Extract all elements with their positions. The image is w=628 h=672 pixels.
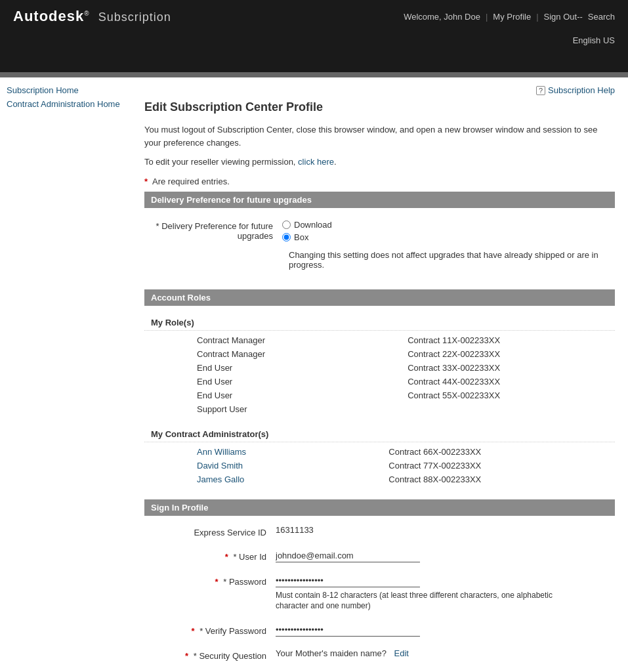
security-question-label: * * Security Question [144, 648, 276, 661]
language-selector[interactable]: English US [573, 35, 615, 45]
sidebar-subscription-home[interactable]: Subscription Home [7, 85, 125, 95]
nav-sep-1: | [486, 12, 488, 22]
contract-cell: Contract 22X-002233XX [394, 347, 615, 361]
header-top: Autodesk® Subscription Welcome, John Doe… [0, 0, 628, 30]
admins-table: Ann Williams Contract 66X-002233XX David… [144, 445, 615, 486]
security-question-label-text: * Security Question [194, 651, 266, 661]
admin-link-james[interactable]: James Gallo [197, 474, 244, 484]
verify-password-input[interactable] [276, 623, 420, 637]
header-bottom: English US [0, 30, 628, 51]
user-id-input[interactable] [276, 549, 420, 562]
info2-prefix: To edit your reseller viewing permission… [144, 157, 295, 167]
security-question-row: * * Security Question Your Mother's maid… [144, 646, 615, 663]
user-id-label: * * User Id [144, 549, 276, 562]
info2-suffix: . [334, 157, 337, 167]
admin-contract-cell: Contract 88X-002233XX [375, 472, 615, 486]
main-layout: Subscription Home Contract Administratio… [0, 77, 628, 672]
delivery-download-option[interactable]: Download [282, 220, 332, 230]
password-star: * [215, 577, 219, 587]
delivery-box-option[interactable]: Box [282, 232, 332, 242]
user-id-row: * * User Id [144, 547, 615, 565]
my-profile-link[interactable]: My Profile [493, 12, 531, 22]
info-text-2: To edit your reseller viewing permission… [144, 156, 615, 169]
delivery-options: Download Box [282, 220, 332, 242]
signin-profile-section: Sign In Profile Express Service ID 16311… [144, 499, 615, 664]
security-question-text: Your Mother's maiden name? [276, 648, 387, 658]
user-id-field-container [276, 549, 615, 562]
table-row: End User Contract 44X-002233XX [144, 375, 615, 388]
delivery-box-radio[interactable] [282, 233, 291, 242]
account-roles-section: Account Roles My Role(s) Contract Manage… [144, 289, 615, 486]
help-icon: ? [536, 86, 545, 95]
admin-contract-cell: Contract 77X-002233XX [375, 459, 615, 472]
logo-area: Autodesk® Subscription [13, 8, 171, 25]
logo-autodesk: Autodesk [13, 8, 84, 24]
admin-name-cell: James Gallo [144, 472, 375, 486]
admin-contract-cell: Contract 66X-002233XX [375, 445, 615, 459]
sidebar-contract-admin[interactable]: Contract Administration Home [7, 99, 125, 109]
role-cell: End User [144, 361, 394, 375]
table-row: Contract Manager Contract 11X-002233XX [144, 333, 615, 347]
header-nav: Welcome, John Doe | My Profile | Sign Ou… [404, 12, 615, 22]
nav-sep-2: | [536, 12, 538, 22]
contract-cell: Contract 11X-002233XX [394, 333, 615, 347]
header: Autodesk® Subscription Welcome, John Doe… [0, 0, 628, 72]
delivery-download-radio[interactable] [282, 220, 291, 229]
required-star: * [144, 177, 148, 186]
delivery-field-label: * Delivery Preference for future upgrade… [151, 220, 282, 241]
delivery-note: Changing this setting does not affect up… [144, 247, 615, 276]
click-here-link[interactable]: click here [298, 157, 334, 167]
admin-name-cell: David Smith [144, 459, 375, 472]
delivery-section: Delivery Preference for future upgrades … [144, 192, 615, 276]
sidebar: Subscription Home Contract Administratio… [0, 85, 131, 672]
info-text-1: You must logout of Subscription Center, … [144, 123, 615, 149]
contract-cell: Contract 33X-002233XX [394, 361, 615, 375]
security-question-value: Your Mother's maiden name? Edit [276, 648, 615, 658]
express-id-row: Express Service ID 16311133 [144, 522, 615, 540]
user-id-label-text: * User Id [233, 552, 266, 562]
logo-subscription: Subscription [98, 10, 171, 24]
gray-bar [0, 72, 628, 77]
contract-cell: Contract 44X-002233XX [394, 375, 615, 388]
sign-out-link[interactable]: Sign Out-- [544, 12, 583, 22]
delivery-section-header: Delivery Preference for future upgrades [144, 192, 615, 208]
table-row: David Smith Contract 77X-002233XX [144, 459, 615, 472]
table-row: Ann Williams Contract 66X-002233XX [144, 445, 615, 459]
admin-link-david[interactable]: David Smith [197, 461, 243, 471]
admin-name-cell: Ann Williams [144, 445, 375, 459]
content: ? Subscription Help Edit Subscription Ce… [131, 85, 628, 672]
role-cell: End User [144, 388, 394, 402]
required-note: * Are required entries. [144, 177, 615, 186]
contract-cell [394, 402, 615, 416]
password-label-text: * Password [223, 577, 266, 587]
user-id-star: * [225, 552, 228, 562]
password-field-container: Must contain 8-12 characters (at least t… [276, 574, 615, 612]
verify-password-label-text: * Verify Password [199, 626, 266, 636]
delivery-box-label: Box [294, 232, 308, 242]
table-row: End User Contract 33X-002233XX [144, 361, 615, 375]
role-cell: Contract Manager [144, 347, 394, 361]
table-row: Support User [144, 402, 615, 416]
express-id-label: Express Service ID [144, 525, 276, 537]
my-roles-title: My Role(s) [144, 312, 615, 331]
password-row: * * Password Must contain 8-12 character… [144, 572, 615, 615]
role-cell: Contract Manager [144, 333, 394, 347]
verify-password-row: * * Verify Password [144, 621, 615, 639]
password-input[interactable] [276, 574, 420, 587]
required-note-text: Are required entries. [152, 177, 230, 186]
password-hint: Must contain 8-12 characters (at least t… [276, 590, 577, 612]
subscription-help-link[interactable]: Subscription Help [548, 85, 615, 95]
my-admins-title: My Contract Administrator(s) [144, 424, 615, 442]
admin-link-ann[interactable]: Ann Williams [197, 447, 246, 457]
express-id-value: 16311133 [276, 525, 615, 535]
security-question-edit-link[interactable]: Edit [394, 648, 409, 658]
security-question-star: * [185, 651, 188, 661]
delivery-download-label: Download [294, 220, 332, 230]
verify-password-label: * * Verify Password [144, 623, 276, 636]
table-row: End User Contract 55X-002233XX [144, 388, 615, 402]
role-cell: End User [144, 375, 394, 388]
table-row: Contract Manager Contract 22X-002233XX [144, 347, 615, 361]
help-bar: ? Subscription Help [144, 85, 615, 95]
search-link[interactable]: Search [588, 12, 615, 22]
verify-password-star: * [191, 626, 194, 636]
